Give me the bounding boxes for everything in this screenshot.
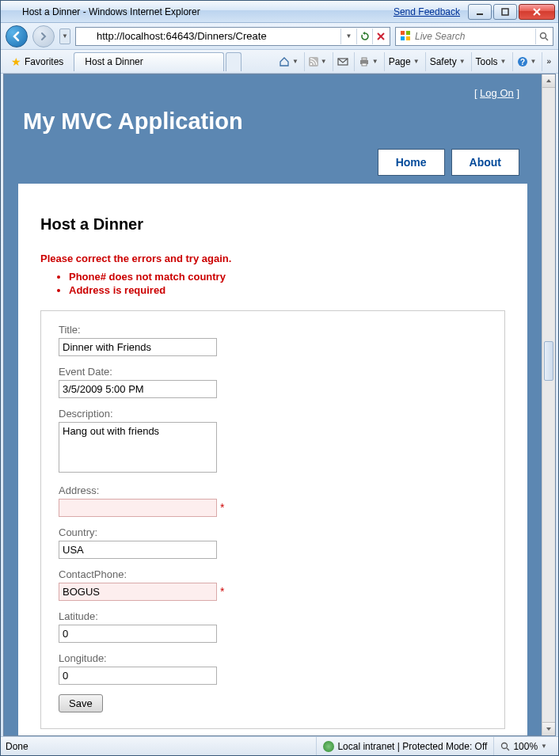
print-icon <box>359 57 370 66</box>
input-longitude[interactable] <box>59 667 217 685</box>
tab-title: Host a Dinner <box>85 56 143 67</box>
ie-icon <box>6 6 18 18</box>
scroll-down-button[interactable] <box>542 722 555 735</box>
favorites-button[interactable]: ★ Favorites <box>4 53 70 70</box>
scroll-up-button[interactable] <box>542 74 555 88</box>
logon-area: [ Log On ] <box>18 84 527 104</box>
status-zoom[interactable]: 100% ▼ <box>493 737 553 755</box>
browser-window: Host a Dinner - Windows Internet Explore… <box>0 0 559 756</box>
page-heading: Host a Dinner <box>40 215 505 234</box>
mail-icon <box>337 57 348 66</box>
input-latitude[interactable] <box>59 625 217 643</box>
label-contactphone: ContactPhone: <box>59 568 487 580</box>
input-title[interactable] <box>59 338 217 356</box>
svg-rect-17 <box>362 63 367 66</box>
address-bar: ▼ <box>75 27 390 46</box>
titlebar: Host a Dinner - Windows Internet Explore… <box>1 1 558 23</box>
main-panel: Host a Dinner Please correct the errors … <box>18 184 527 735</box>
live-search-icon <box>400 30 413 43</box>
label-latitude: Latitude: <box>59 610 487 622</box>
stop-button[interactable] <box>372 28 388 44</box>
input-contactphone[interactable] <box>59 583 217 601</box>
command-bar: ★ Favorites Host a Dinner ▼ ▼ ▼ Page▼ Sa… <box>1 50 558 74</box>
svg-rect-8 <box>401 36 405 40</box>
zoom-icon <box>500 742 510 751</box>
input-country[interactable] <box>59 541 217 559</box>
scroll-thumb[interactable] <box>544 341 553 381</box>
page-menu[interactable]: Page▼ <box>384 52 424 71</box>
validation-heading: Please correct the errors and try again. <box>40 253 505 264</box>
address-input[interactable] <box>95 28 340 44</box>
favorites-label: Favorites <box>25 56 63 67</box>
label-longitude: Longitude: <box>59 652 487 664</box>
send-feedback-link[interactable]: Send Feedback <box>394 6 460 17</box>
refresh-button[interactable] <box>356 28 372 44</box>
svg-rect-1 <box>502 9 508 15</box>
content-area: [ Log On ] My MVC Application Home About… <box>3 74 556 736</box>
svg-rect-7 <box>406 31 410 35</box>
validation-summary: Please correct the errors and try again.… <box>40 253 505 296</box>
address-dropdown[interactable]: ▼ <box>340 28 356 44</box>
search-box <box>395 27 553 46</box>
svg-point-10 <box>540 32 546 38</box>
svg-rect-12 <box>309 57 318 66</box>
statusbar: Done Local intranet | Protected Mode: Of… <box>1 736 558 755</box>
svg-line-21 <box>507 748 509 750</box>
mail-button[interactable] <box>333 52 352 71</box>
rss-icon <box>309 57 318 66</box>
validation-error: Address is required <box>69 284 505 296</box>
validation-error: Phone# does not match country <box>69 271 505 283</box>
help-icon: ? <box>517 56 528 67</box>
search-button[interactable] <box>535 28 551 44</box>
error-asterisk: * <box>220 501 224 514</box>
input-description[interactable]: Hang out with friends <box>59 422 217 473</box>
home-button[interactable]: ▼ <box>275 52 302 71</box>
vertical-scrollbar[interactable] <box>542 74 555 735</box>
label-address: Address: <box>59 484 487 496</box>
toolbar-chevron[interactable]: » <box>542 52 555 71</box>
nav-home[interactable]: Home <box>378 149 445 176</box>
svg-text:?: ? <box>519 58 524 66</box>
svg-rect-9 <box>406 36 410 40</box>
browser-tab[interactable]: Host a Dinner <box>74 52 224 71</box>
logon-link[interactable]: Log On <box>480 87 514 99</box>
save-button[interactable]: Save <box>59 694 103 712</box>
minimize-button[interactable] <box>468 4 492 20</box>
app-title: My MVC Application <box>18 104 527 149</box>
search-input[interactable] <box>415 31 535 42</box>
scroll-track[interactable] <box>542 88 555 722</box>
svg-rect-6 <box>401 31 405 35</box>
feeds-button[interactable]: ▼ <box>304 52 331 71</box>
tools-menu[interactable]: Tools▼ <box>471 52 511 71</box>
svg-line-11 <box>546 38 548 40</box>
home-icon <box>279 56 290 67</box>
form-fieldset: Title: Event Date: Description: Hang out… <box>40 310 505 729</box>
page-icon <box>80 30 93 43</box>
svg-point-13 <box>310 63 313 65</box>
navbar: ▼ ▼ <box>1 23 558 50</box>
error-asterisk: * <box>220 585 224 598</box>
nav-about[interactable]: About <box>451 149 519 176</box>
window-title: Host a Dinner - Windows Internet Explore… <box>22 6 200 17</box>
svg-rect-16 <box>362 58 367 60</box>
nav-history-dropdown[interactable]: ▼ <box>59 28 70 44</box>
label-country: Country: <box>59 526 487 538</box>
back-button[interactable] <box>6 25 28 47</box>
close-button[interactable] <box>519 4 555 20</box>
safety-menu[interactable]: Safety▼ <box>425 52 470 71</box>
maximize-button[interactable] <box>493 4 517 20</box>
svg-point-20 <box>502 743 508 748</box>
forward-button[interactable] <box>32 25 55 47</box>
print-button[interactable]: ▼ <box>354 52 382 71</box>
label-description: Description: <box>59 408 487 420</box>
status-zone: Local intranet | Protected Mode: Off <box>316 737 493 755</box>
label-eventdate: Event Date: <box>59 366 487 378</box>
help-button[interactable]: ?▼ <box>512 52 541 71</box>
new-tab-button[interactable] <box>226 52 241 71</box>
status-text: Done <box>6 741 38 752</box>
input-eventdate[interactable] <box>59 380 217 398</box>
page-body: [ Log On ] My MVC Application Home About… <box>4 74 542 735</box>
input-address[interactable] <box>59 499 217 517</box>
zone-icon <box>323 741 334 752</box>
star-icon: ★ <box>11 55 21 68</box>
